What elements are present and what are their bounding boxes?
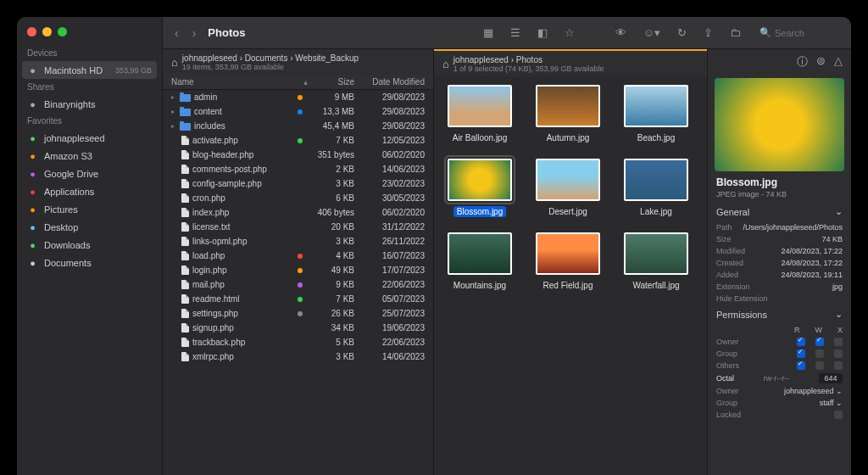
- view-columns-icon[interactable]: ◧: [532, 26, 553, 39]
- inspector-title: Blossom.jpg: [708, 175, 851, 190]
- close-icon[interactable]: [27, 27, 36, 36]
- thumbnail[interactable]: Lake.jpg: [622, 159, 690, 217]
- file-name: readme.html: [192, 294, 298, 304]
- favorite-icon[interactable]: ☆: [559, 26, 580, 39]
- tags-icon[interactable]: ☺︎▾: [638, 26, 665, 39]
- perm-group[interactable]: Group staff ⌄: [708, 397, 851, 409]
- thumbnail[interactable]: Air Balloon.jpg: [446, 85, 514, 143]
- breadcrumb[interactable]: johnappleseed › Documents › Website_Back…: [182, 53, 359, 63]
- thumbnail[interactable]: Desert.jpg: [534, 159, 602, 217]
- forward-button[interactable]: ›: [189, 26, 200, 40]
- inspector-subtitle: JPEG image - 74 KB: [708, 190, 851, 202]
- file-row[interactable]: license.txt20 KB31/12/2022: [163, 220, 433, 234]
- file-size: 45,4 MB: [308, 121, 354, 131]
- thumbnail[interactable]: Waterfall.jpg: [622, 232, 690, 291]
- file-size: 7 KB: [308, 294, 354, 304]
- sidebar-item[interactable]: ●Desktop: [17, 218, 162, 236]
- sidebar-label: Pictures: [44, 204, 78, 215]
- perm-checkbox[interactable]: [797, 338, 805, 346]
- file-row[interactable]: mail.php9 KB22/06/2023: [163, 277, 433, 292]
- view-list-icon[interactable]: ☰: [505, 26, 526, 39]
- breadcrumb[interactable]: johnappleseed › Photos: [453, 55, 604, 64]
- perm-checkbox[interactable]: [797, 361, 805, 370]
- info-icon[interactable]: ⓘ: [797, 54, 808, 70]
- file-icon: [181, 179, 189, 188]
- sidebar-item[interactable]: ●Documents: [17, 254, 162, 271]
- back-button[interactable]: ‹: [171, 26, 182, 40]
- sync-icon[interactable]: ↻: [672, 26, 692, 39]
- sidebar-item[interactable]: ●johnappleseed: [17, 129, 162, 147]
- perm-checkbox[interactable]: [834, 338, 843, 346]
- home-icon[interactable]: ⌂: [171, 56, 178, 69]
- col-date[interactable]: Date Modified: [361, 77, 425, 87]
- disclosure-icon[interactable]: ▸: [171, 108, 180, 115]
- file-row[interactable]: ▸admin9 MB29/08/2023: [163, 90, 433, 104]
- file-row[interactable]: index.php406 bytes06/02/2020: [163, 205, 433, 220]
- thumbnail[interactable]: Mountains.jpg: [446, 232, 514, 291]
- view-grid-icon[interactable]: ▦: [478, 26, 498, 39]
- sidebar-item[interactable]: ●Macintosh HD353,99 GB: [22, 61, 157, 79]
- share-icon[interactable]: ⇪: [698, 26, 718, 39]
- file-row[interactable]: signup.php34 KB19/06/2023: [163, 321, 433, 335]
- file-icon: [181, 150, 189, 159]
- sidebar-item[interactable]: ●Google Drive: [17, 165, 162, 182]
- file-row[interactable]: ▸includes45,4 MB29/08/2023: [163, 119, 433, 133]
- file-row[interactable]: xmlrpc.php3 KB14/06/2023: [163, 349, 433, 364]
- disclosure-icon[interactable]: ▸: [171, 122, 180, 130]
- zoom-icon[interactable]: [58, 27, 67, 36]
- file-row[interactable]: config-sample.php3 KB23/02/2023: [163, 176, 433, 191]
- perm-locked[interactable]: Locked: [708, 409, 851, 421]
- file-row[interactable]: load.php4 KB16/07/2023: [163, 249, 433, 263]
- file-size: 26 KB: [308, 309, 354, 318]
- perm-checkbox[interactable]: [815, 349, 824, 358]
- perm-checkbox[interactable]: [815, 338, 824, 346]
- pathbar-left[interactable]: ⌂ johnappleseed › Documents › Website_Ba…: [163, 49, 433, 75]
- octal-input[interactable]: [819, 373, 843, 383]
- col-name[interactable]: Name: [171, 77, 303, 87]
- file-row[interactable]: login.php49 KB17/07/2023: [163, 263, 433, 277]
- sidebar-item[interactable]: ●Pictures: [17, 200, 162, 218]
- pathbar-right[interactable]: ⌂ johnappleseed › Photos 1 of 9 selected…: [434, 51, 707, 76]
- search-field[interactable]: 🔍: [760, 27, 843, 38]
- list-header[interactable]: Name ▴ Size Date Modified: [163, 75, 433, 90]
- new-folder-icon[interactable]: 🗀: [725, 26, 746, 39]
- sidebar-item[interactable]: ●Applications: [17, 182, 162, 200]
- file-row[interactable]: activate.php7 KB12/05/2023: [163, 133, 433, 148]
- disclosure-icon[interactable]: ▸: [171, 93, 180, 101]
- file-row[interactable]: ▸content13,3 MB29/08/2023: [163, 104, 433, 119]
- perm-checkbox[interactable]: [815, 361, 824, 370]
- file-row[interactable]: trackback.php5 KB22/06/2023: [163, 335, 433, 349]
- chevron-down-icon: ⌄: [835, 309, 843, 320]
- file-row[interactable]: cron.php6 KB30/05/2023: [163, 191, 433, 205]
- activity-icon[interactable]: ⊚: [816, 54, 826, 70]
- sidebar-item[interactable]: ●Amazon S3: [17, 147, 162, 165]
- perm-checkbox[interactable]: [834, 349, 843, 358]
- section-permissions[interactable]: Permissions ⌄: [708, 305, 851, 324]
- minimize-icon[interactable]: [42, 27, 52, 36]
- file-row[interactable]: links-opml.php3 KB26/11/2022: [163, 234, 433, 249]
- home-icon[interactable]: ⌂: [442, 58, 449, 70]
- file-size: 5 KB: [308, 338, 354, 347]
- locked-checkbox[interactable]: [834, 411, 843, 419]
- preview-icon[interactable]: 👁: [610, 26, 632, 39]
- file-size: 34 KB: [308, 323, 354, 332]
- thumbnail[interactable]: Red Field.jpg: [534, 232, 602, 291]
- file-row[interactable]: comments-post.php2 KB14/06/2023: [163, 162, 433, 176]
- perm-checkbox[interactable]: [797, 349, 805, 358]
- warn-icon[interactable]: △: [834, 54, 843, 70]
- file-row[interactable]: readme.html7 KB05/07/2023: [163, 292, 433, 306]
- sidebar-icon: ●: [27, 64, 38, 75]
- thumbnail[interactable]: Autumn.jpg: [534, 85, 602, 143]
- perm-owner[interactable]: Owner johnappleseed ⌄: [708, 385, 851, 397]
- sidebar-item[interactable]: ●Downloads: [17, 236, 162, 254]
- sidebar-item[interactable]: ●Binarynights: [17, 95, 162, 113]
- file-row[interactable]: blog-header.php351 bytes06/02/2020: [163, 148, 433, 162]
- perm-checkbox[interactable]: [834, 361, 843, 370]
- search-input[interactable]: [775, 28, 843, 38]
- file-row[interactable]: settings.php26 KB25/07/2023: [163, 306, 433, 321]
- folder-icon: [180, 109, 191, 116]
- thumbnail[interactable]: Blossom.jpg: [446, 159, 514, 217]
- col-size[interactable]: Size: [308, 77, 354, 87]
- thumbnail[interactable]: Beach.jpg: [622, 85, 690, 143]
- section-general[interactable]: General ⌄: [708, 202, 851, 221]
